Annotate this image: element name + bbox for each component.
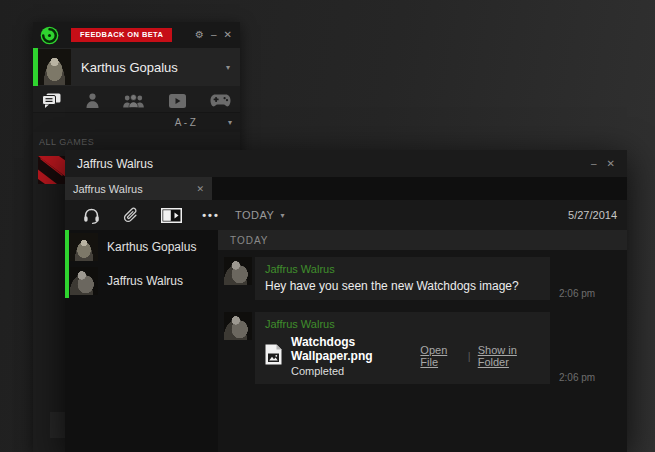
- online-status-bar: [65, 264, 69, 298]
- day-header: TODAY: [218, 230, 627, 250]
- message-timestamp: 2:06 pm: [559, 288, 621, 300]
- link-separator: |: [468, 350, 471, 362]
- show-in-folder-link[interactable]: Show in Folder: [478, 344, 540, 368]
- close-button[interactable]: ✕: [607, 159, 615, 169]
- tab-videos-icon[interactable]: [169, 94, 186, 108]
- file-status: Completed: [291, 365, 420, 377]
- contact-list: Karthus Gopalus Jaffrus Walrus: [65, 230, 218, 452]
- voice-call-headset-icon[interactable]: [71, 207, 111, 224]
- sort-a-z-dropdown[interactable]: A - Z: [175, 117, 196, 128]
- online-status-bar: [65, 230, 69, 264]
- message-sender: Jaffrus Walrus: [265, 263, 540, 275]
- avatar: [70, 233, 98, 261]
- minimize-button[interactable]: –: [591, 159, 597, 169]
- contact-name: Jaffrus Walrus: [107, 274, 183, 288]
- image-file-icon: [265, 344, 282, 369]
- current-user-row[interactable]: Karthus Gopalus ▾: [33, 48, 240, 86]
- tab-groups-icon[interactable]: [123, 94, 144, 108]
- app-logo-icon: [40, 26, 59, 45]
- message-row: Jaffrus Walrus: [224, 312, 621, 384]
- desktop-background: FEEDBACK ON BETA ⚙ – ✕ Karthus Gopalus ▾: [0, 0, 655, 452]
- tab-close-icon[interactable]: ✕: [192, 182, 208, 196]
- chat-window: Jaffrus Walrus – ✕ Jaffrus Walrus ✕: [65, 150, 627, 452]
- avatar: [38, 49, 71, 85]
- avatar: [70, 267, 98, 295]
- file-actions: Open File | Show in Folder: [420, 344, 540, 368]
- screen-share-icon[interactable]: [151, 208, 191, 223]
- message-sender: Jaffrus Walrus: [265, 318, 540, 330]
- chat-tab[interactable]: Jaffrus Walrus ✕: [65, 177, 212, 200]
- contact-item-jaffrus[interactable]: Jaffrus Walrus: [65, 264, 218, 298]
- close-button[interactable]: ✕: [224, 30, 232, 40]
- all-games-label: ALL GAMES: [39, 137, 240, 147]
- sort-bar: A - Z ▾: [33, 112, 240, 132]
- chevron-down-icon[interactable]: ▾: [226, 63, 230, 72]
- message-list: Jaffrus Walrus Hey have you seen the new…: [218, 250, 627, 384]
- chat-window-controls: – ✕: [591, 159, 615, 169]
- contact-item-karthus[interactable]: Karthus Gopalus: [65, 230, 218, 264]
- message-bubble: Jaffrus Walrus Hey have you seen the new…: [255, 257, 550, 300]
- more-options-ellipsis-icon[interactable]: •••: [191, 209, 231, 221]
- main-titlebar: FEEDBACK ON BETA ⚙ – ✕: [33, 22, 240, 48]
- message-text: Hey have you seen the new Watchdogs imag…: [265, 279, 540, 293]
- chevron-down-icon: ▾: [280, 211, 285, 220]
- main-tab-bar: [33, 86, 240, 112]
- chat-tabstrip: Jaffrus Walrus ✕: [65, 177, 627, 200]
- avatar: [224, 312, 252, 340]
- main-window-controls: ⚙ – ✕: [195, 30, 232, 40]
- tab-chats-icon[interactable]: [42, 93, 61, 108]
- minimize-button[interactable]: –: [211, 30, 217, 40]
- file-name: Watchdogs Wallpaper.png: [291, 335, 420, 363]
- attach-file-paperclip-icon[interactable]: [111, 207, 151, 224]
- dota2-game-tile[interactable]: [38, 156, 66, 184]
- tab-contacts-person-icon[interactable]: [86, 93, 99, 108]
- chevron-down-icon[interactable]: ▾: [228, 118, 232, 127]
- chat-tab-label: Jaffrus Walrus: [73, 183, 143, 195]
- message-timestamp: 2:06 pm: [559, 372, 621, 384]
- feedback-on-beta-button[interactable]: FEEDBACK ON BETA: [71, 28, 172, 42]
- current-user-name: Karthus Gopalus: [81, 60, 178, 75]
- message-row: Jaffrus Walrus Hey have you seen the new…: [224, 257, 621, 300]
- message-area: TODAY Jaffrus Walrus Hey have you seen t…: [218, 230, 627, 452]
- message-bubble: Jaffrus Walrus: [255, 312, 550, 384]
- avatar: [224, 257, 252, 285]
- tab-games-controller-icon[interactable]: [210, 94, 231, 107]
- chat-toolbar: ••• TODAY ▾ 5/27/2014: [65, 200, 627, 230]
- history-filter-label: TODAY: [235, 209, 274, 221]
- conversation-date: 5/27/2014: [568, 209, 617, 221]
- contact-name: Karthus Gopalus: [107, 240, 196, 254]
- file-meta: Watchdogs Wallpaper.png Completed: [291, 335, 420, 377]
- chat-body: Karthus Gopalus Jaffrus Walrus TODAY Jaf…: [65, 230, 627, 452]
- chat-titlebar: Jaffrus Walrus – ✕: [65, 150, 627, 177]
- chat-window-title: Jaffrus Walrus: [77, 157, 153, 171]
- open-file-link[interactable]: Open File: [420, 344, 461, 368]
- settings-gear-icon[interactable]: ⚙: [195, 30, 204, 40]
- file-transfer-row: Watchdogs Wallpaper.png Completed Open F…: [265, 335, 540, 377]
- history-filter-dropdown[interactable]: TODAY ▾: [235, 209, 285, 221]
